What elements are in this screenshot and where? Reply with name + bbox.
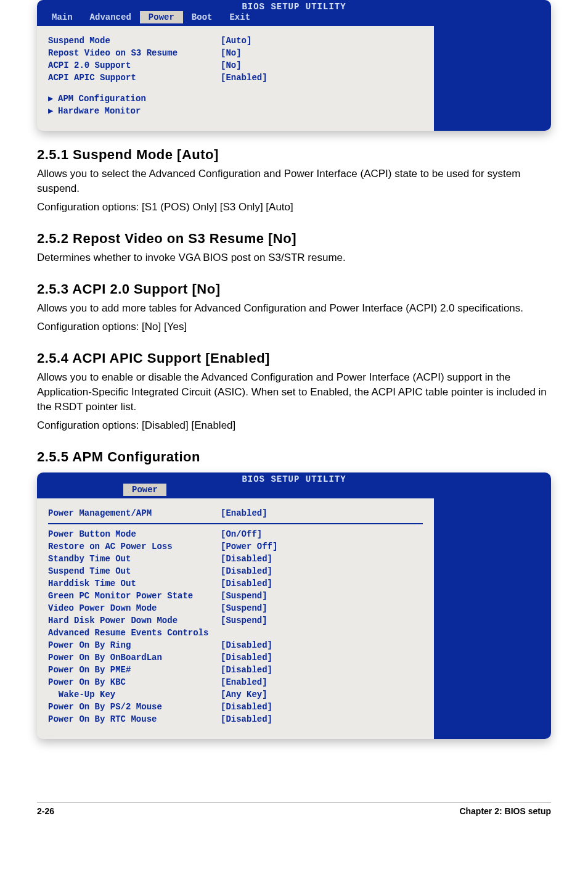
setting-value: [Any Key] (221, 688, 267, 701)
setting-value: [Enabled] (221, 507, 267, 519)
setting-value: [Disabled] (221, 664, 272, 676)
setting-label: Video Power Down Mode (48, 602, 221, 614)
setting-value: [Power Off] (221, 540, 277, 553)
setting-label: Suspend Mode (48, 35, 221, 47)
setting-value: [On/Off] (221, 528, 262, 540)
setting-row: ACPI APIC Support[Enabled] (48, 72, 423, 84)
setting-label: Power On By RTC Mouse (48, 713, 221, 725)
bios-body: Suspend Mode[Auto] Repost Video on S3 Re… (37, 26, 551, 131)
page-footer: 2-26 Chapter 2: BIOS setup (37, 802, 551, 816)
bios-title: BIOS SETUP UTILITY (37, 475, 551, 484)
submenu-item: ▶Hardware Monitor (48, 105, 423, 117)
section-heading: 2.5.4 ACPI APIC Support [Enabled] (37, 350, 551, 366)
bios-body: Power Management/APM[Enabled] Power Butt… (37, 498, 551, 739)
body-text: Allows you to enable or disable the Adva… (37, 370, 551, 415)
setting-label: Suspend Time Out (48, 565, 221, 577)
body-text: Allows you to select the Advanced Config… (37, 167, 551, 196)
tab-advanced: Advanced (81, 11, 140, 23)
submenu-item: ▶APM Configuration (48, 93, 423, 105)
section-heading: 2.5.5 APM Configuration (37, 449, 551, 465)
setting-row: Power On By OnBoardLan[Disabled] (48, 651, 423, 664)
setting-value: [Disabled] (221, 701, 272, 713)
setting-label: Harddisk Time Out (48, 577, 221, 590)
tab-exit: Exit (221, 11, 259, 23)
bios-screenshot-1: BIOS SETUP UTILITY Main Advanced Power B… (37, 0, 551, 131)
setting-row: ACPI 2.0 Support[No] (48, 59, 423, 72)
setting-label: Advanced Resume Events Controls (48, 627, 221, 639)
setting-value: [Suspend] (221, 602, 267, 614)
setting-row: Power On By PS/2 Mouse[Disabled] (48, 701, 423, 713)
setting-label: ACPI APIC Support (48, 72, 221, 84)
setting-label: Power On By PME# (48, 664, 221, 676)
setting-label: Power On By KBC (48, 676, 221, 688)
body-text: Allows you to add more tables for Advanc… (37, 301, 551, 316)
arrow-icon: ▶ (48, 93, 58, 105)
bios-tabs: Main Advanced Power Boot Exit (37, 11, 551, 25)
submenu-label: APM Configuration (58, 94, 146, 104)
setting-value: [Disabled] (221, 553, 272, 565)
setting-value: [Disabled] (221, 577, 272, 590)
setting-row: Suspend Time Out[Disabled] (48, 565, 423, 577)
setting-row: Harddisk Time Out[Disabled] (48, 577, 423, 590)
setting-row: Advanced Resume Events Controls (48, 627, 423, 639)
arrow-icon: ▶ (48, 105, 58, 117)
setting-label: Power Management/APM (48, 507, 221, 519)
setting-row: Power On By PME#[Disabled] (48, 664, 423, 676)
setting-label: Repost Video on S3 Resume (48, 47, 221, 59)
bios-help-pane (434, 26, 551, 131)
setting-value: [Disabled] (221, 565, 272, 577)
tab-power: Power (140, 11, 183, 23)
bios-help-pane (434, 498, 551, 739)
body-text: Determines whether to invoke VGA BIOS po… (37, 250, 551, 265)
setting-row: Power Management/APM[Enabled] (48, 507, 423, 519)
setting-label: Power On By PS/2 Mouse (48, 701, 221, 713)
setting-value: [Suspend] (221, 614, 267, 627)
body-text: Configuration options: [No] [Yes] (37, 320, 551, 334)
setting-value: [Suspend] (221, 590, 267, 602)
submenu-label: Hardware Monitor (58, 106, 141, 116)
setting-label: Green PC Monitor Power State (48, 590, 221, 602)
section-heading: 2.5.2 Repost Video on S3 Resume [No] (37, 231, 551, 247)
setting-label: Standby Time Out (48, 553, 221, 565)
tab-boot: Boot (183, 11, 221, 23)
setting-row: Restore on AC Power Loss[Power Off] (48, 540, 423, 553)
setting-row: Video Power Down Mode[Suspend] (48, 602, 423, 614)
section-heading: 2.5.1 Suspend Mode [Auto] (37, 147, 551, 163)
setting-value: [No] (221, 59, 242, 72)
section-heading: 2.5.3 ACPI 2.0 Support [No] (37, 281, 551, 297)
setting-value: [Auto] (221, 35, 251, 47)
setting-row: Power On By RTC Mouse[Disabled] (48, 713, 423, 725)
tab-main: Main (43, 11, 81, 23)
body-text: Configuration options: [S1 (POS) Only] [… (37, 200, 551, 215)
bios-tabs: Power (37, 484, 551, 497)
setting-value: [No] (221, 47, 242, 59)
setting-label: ACPI 2.0 Support (48, 59, 221, 72)
bios-title: BIOS SETUP UTILITY (37, 2, 551, 11)
setting-row: Hard Disk Power Down Mode[Suspend] (48, 614, 423, 627)
setting-label: Wake-Up Key (48, 688, 221, 701)
page-number: 2-26 (37, 806, 54, 816)
setting-row: Power On By Ring[Disabled] (48, 639, 423, 651)
setting-value: [Disabled] (221, 651, 272, 664)
setting-row: Green PC Monitor Power State[Suspend] (48, 590, 423, 602)
tab-power: Power (123, 484, 166, 496)
setting-row: Wake-Up Key[Any Key] (48, 688, 423, 701)
setting-label: Power On By Ring (48, 639, 221, 651)
setting-row: Standby Time Out[Disabled] (48, 553, 423, 565)
setting-label: Power On By OnBoardLan (48, 651, 221, 664)
setting-label: Restore on AC Power Loss (48, 540, 221, 553)
bios-title-bar: BIOS SETUP UTILITY Main Advanced Power B… (37, 0, 551, 26)
setting-label: Hard Disk Power Down Mode (48, 614, 221, 627)
setting-row: Power On By KBC[Enabled] (48, 676, 423, 688)
chapter-title: Chapter 2: BIOS setup (459, 806, 551, 816)
body-text: Configuration options: [Disabled] [Enabl… (37, 418, 551, 433)
bios-screenshot-2: BIOS SETUP UTILITY Power Power Managemen… (37, 472, 551, 739)
setting-row: Repost Video on S3 Resume[No] (48, 47, 423, 59)
setting-label: Power Button Mode (48, 528, 221, 540)
setting-value: [Enabled] (221, 72, 267, 84)
setting-row: Suspend Mode[Auto] (48, 35, 423, 47)
bios-title-bar: BIOS SETUP UTILITY Power (37, 472, 551, 498)
setting-value: [Enabled] (221, 676, 267, 688)
setting-row: Power Button Mode[On/Off] (48, 528, 423, 540)
setting-value: [Disabled] (221, 713, 272, 725)
